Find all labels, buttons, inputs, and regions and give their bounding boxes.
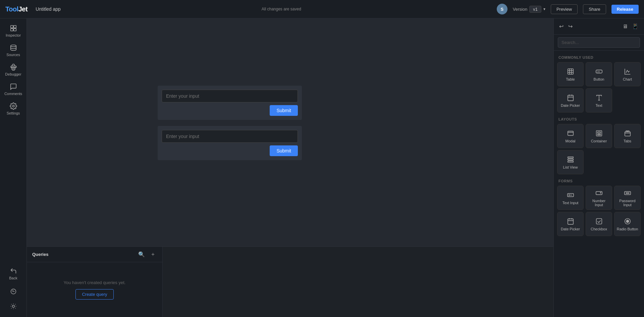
widget-container-label: Container xyxy=(591,139,607,143)
version-selector[interactable]: Version v1 ▾ xyxy=(513,6,545,13)
queries-add-button[interactable]: ＋ xyxy=(149,250,157,259)
sidebar-item-settings[interactable]: Settings xyxy=(1,99,25,119)
create-query-button[interactable]: Create query xyxy=(75,289,113,300)
app-name: Untitled app xyxy=(36,6,61,12)
chart-icon xyxy=(624,68,631,75)
widget-password-input-label: Password Input xyxy=(616,199,638,207)
svg-rect-13 xyxy=(568,131,573,136)
widget-tabs[interactable]: Tabs xyxy=(614,124,641,148)
table-icon xyxy=(567,68,574,75)
sidebar-item-debugger[interactable]: Debugger xyxy=(1,60,25,80)
sidebar-item-inspector[interactable]: Inspector xyxy=(1,21,25,41)
widget-radio-button-label: Radio Button xyxy=(617,227,638,231)
avatar[interactable]: S xyxy=(497,4,507,14)
radio-button-icon xyxy=(624,218,631,225)
right-top-bar: ↩ ↪ 🖥 📱 xyxy=(554,18,644,35)
form-input-1[interactable] xyxy=(162,90,298,102)
widget-table[interactable]: Table xyxy=(557,62,584,86)
sidebar-item-settings-label: Settings xyxy=(7,111,20,115)
svg-point-25 xyxy=(626,193,627,193)
version-chevron-icon[interactable]: ▾ xyxy=(543,7,545,11)
queries-body: You haven't created queries yet. Create … xyxy=(27,262,162,317)
chat-icon[interactable] xyxy=(7,285,20,298)
svg-rect-16 xyxy=(597,134,599,135)
widget-text[interactable]: Text xyxy=(586,88,612,112)
sidebar-item-back[interactable]: Back xyxy=(1,264,25,283)
left-sidebar: Inspector Sources Debugger Comments xyxy=(0,18,27,317)
sidebar-item-comments-label: Comments xyxy=(4,92,22,96)
right-screen-icons: 🖥 📱 xyxy=(621,22,640,31)
svg-rect-0 xyxy=(10,26,13,28)
widget-date-picker[interactable]: Date Picker xyxy=(557,88,584,112)
queries-empty-text: You haven't created queries yet. xyxy=(64,280,126,285)
widget-chart[interactable]: Chart xyxy=(614,62,641,86)
canvas[interactable]: Submit Submit xyxy=(27,18,553,246)
svg-point-6 xyxy=(12,105,14,107)
share-button[interactable]: Share xyxy=(583,4,606,14)
widget-tabs-label: Tabs xyxy=(624,139,631,143)
svg-rect-17 xyxy=(599,134,600,135)
undo-button[interactable]: ↩ xyxy=(558,22,565,31)
version-label: Version xyxy=(513,7,527,12)
form-input-2[interactable] xyxy=(162,130,298,143)
release-button[interactable]: Release xyxy=(611,5,639,14)
queries-title: Queries xyxy=(32,252,134,257)
svg-point-27 xyxy=(628,193,629,193)
sidebar-item-debugger-label: Debugger xyxy=(5,72,21,76)
widget-table-label: Table xyxy=(566,77,575,81)
date-picker-icon xyxy=(567,94,574,101)
query-detail-panel xyxy=(163,247,553,317)
button-icon: OK xyxy=(595,68,603,75)
text-icon xyxy=(595,94,603,101)
widget-modal[interactable]: Modal xyxy=(557,124,584,148)
widget-list-view[interactable]: List View xyxy=(557,150,584,174)
number-input-icon xyxy=(595,189,603,197)
container-icon xyxy=(595,130,603,137)
date-picker-form-icon xyxy=(567,218,574,225)
widget-text-input[interactable]: Text Input xyxy=(557,186,584,210)
widget-number-input[interactable]: Number Input xyxy=(586,186,612,210)
bottom-panel: Queries 🔍 ＋ You haven't created queries … xyxy=(27,246,553,317)
svg-rect-15 xyxy=(597,132,600,133)
widget-radio-button[interactable]: Radio Button xyxy=(614,212,641,236)
mobile-view-button[interactable]: 📱 xyxy=(631,22,640,31)
password-input-icon xyxy=(624,189,631,197)
widget-container[interactable]: Container xyxy=(586,124,612,148)
sources-icon xyxy=(10,44,17,51)
svg-rect-3 xyxy=(13,29,16,31)
widget-search-input[interactable] xyxy=(558,37,640,48)
redo-button[interactable]: ↪ xyxy=(567,22,574,31)
svg-rect-29 xyxy=(596,219,602,224)
svg-rect-2 xyxy=(10,29,13,31)
svg-rect-19 xyxy=(568,157,573,158)
widget-checkbox[interactable]: Checkbox xyxy=(586,212,612,236)
widget-password-input[interactable]: Password Input xyxy=(614,186,641,210)
widget-button[interactable]: OK Button xyxy=(586,62,612,86)
back-icon xyxy=(10,267,17,275)
form-submit-2[interactable]: Submit xyxy=(270,145,298,156)
form-submit-1[interactable]: Submit xyxy=(270,105,298,116)
sidebar-item-inspector-label: Inspector xyxy=(6,33,21,37)
svg-point-26 xyxy=(627,193,628,193)
desktop-view-button[interactable]: 🖥 xyxy=(621,22,629,31)
checkbox-icon xyxy=(595,218,603,225)
settings-icon xyxy=(10,102,17,110)
sun-icon xyxy=(10,303,17,310)
queries-search-button[interactable]: 🔍 xyxy=(137,251,146,258)
tabs-icon xyxy=(624,130,631,137)
svg-rect-9 xyxy=(568,69,573,75)
preview-button[interactable]: Preview xyxy=(551,4,578,14)
widget-search-bar xyxy=(554,35,644,51)
debugger-icon xyxy=(10,63,17,71)
widget-date-picker-form[interactable]: Date Picker xyxy=(557,212,584,236)
sidebar-item-sources[interactable]: Sources xyxy=(1,41,25,60)
topbar: ToolJet Untitled app All changes are sav… xyxy=(0,0,644,18)
main-layout: Inspector Sources Debugger Comments xyxy=(0,18,644,317)
sidebar-item-comments[interactable]: Comments xyxy=(1,80,25,99)
theme-icon[interactable] xyxy=(7,300,20,313)
widget-button-label: Button xyxy=(594,77,604,81)
queries-panel: Queries 🔍 ＋ You haven't created queries … xyxy=(27,247,163,317)
svg-rect-20 xyxy=(568,159,573,160)
chat-bubble-icon xyxy=(10,288,17,295)
sidebar-item-sources-label: Sources xyxy=(6,53,20,57)
